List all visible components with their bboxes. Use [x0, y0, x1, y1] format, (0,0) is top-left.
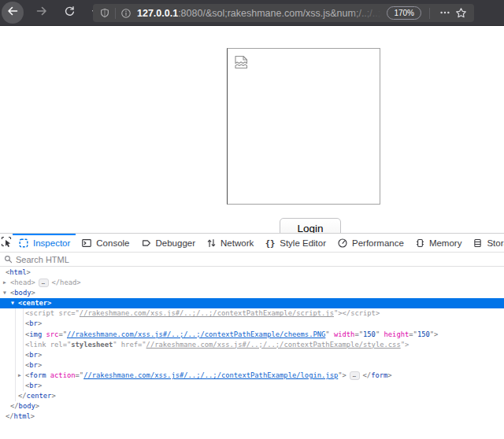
markup-line[interactable]: <link rel="stylesheet" href="//rakeshman…	[0, 340, 504, 350]
url-text: 127.0.0.1:8080/&sol;rakeshmane.com/xss.j…	[137, 8, 382, 19]
browser-toolbar: 127.0.0.1:8080/&sol;rakeshmane.com/xss.j…	[0, 0, 504, 26]
markup-line[interactable]: ▼<center>	[0, 298, 504, 308]
markup-tag: head	[14, 279, 31, 286]
markup-line[interactable]: <script src="//rakeshmane.com/xss.js#/..…	[0, 308, 504, 319]
markup-attr-name: height	[384, 330, 410, 338]
markup-line[interactable]: <br>	[0, 360, 504, 371]
tab-label: Console	[96, 238, 129, 248]
tab-memory[interactable]: Memory	[410, 234, 468, 252]
markup-tag: br	[29, 361, 38, 369]
performance-icon	[337, 238, 348, 249]
markup-url-value[interactable]: //rakeshmane.com/xss.js#/..;/..;/context…	[146, 341, 401, 349]
markup-attr-name: width	[334, 330, 354, 338]
markup-punctuation: >	[51, 392, 55, 400]
tab-performance[interactable]: Performance	[332, 234, 410, 252]
markup-attr-name: src	[58, 309, 71, 317]
memory-icon	[415, 238, 425, 249]
markup-line[interactable]: <br>	[0, 350, 504, 360]
markup-line[interactable]: <img src="//rakeshmane.com/xss.js#/..;/.…	[0, 330, 504, 340]
tab-label: Performance	[352, 238, 404, 248]
style-editor-icon: {}	[265, 238, 276, 249]
markup-url-value[interactable]: //rakeshmane.com/xss.js#/..;/..;/context…	[83, 371, 338, 379]
markup-punctuation: >	[376, 309, 380, 317]
tab-storage[interactable]: Storage	[467, 234, 504, 252]
tab-label: Inspector	[33, 238, 70, 248]
markup-tag: link	[29, 341, 46, 349]
markup-view[interactable]: <html>▶<head>…</head>▼<body>▼<center><sc…	[0, 267, 504, 439]
markup-punctuation: ">	[334, 309, 343, 317]
storage-icon	[472, 238, 483, 249]
markup-tag: body	[19, 402, 35, 410]
page-actions-menu-icon[interactable]	[435, 7, 455, 20]
markup-line[interactable]: ▶<form action="//rakeshmane.com/xss.js#/…	[0, 371, 504, 381]
markup-tag: script	[350, 309, 376, 317]
console-icon	[81, 238, 92, 249]
markup-punctuation: >	[38, 382, 42, 389]
tab-inspector[interactable]: Inspector	[13, 234, 76, 252]
markup-url-value[interactable]: //rakeshmane.com/xss.js#/..;/..;/context…	[80, 309, 334, 317]
tab-debugger[interactable]: Debugger	[135, 234, 202, 252]
zoom-level-badge[interactable]: 170%	[387, 6, 421, 20]
markup-punctuation: >	[31, 279, 35, 286]
broken-image-placeholder	[227, 48, 380, 205]
markup-punctuation: ="	[76, 371, 84, 379]
search-html-input[interactable]	[16, 255, 504, 264]
debugger-icon	[141, 238, 152, 249]
markup-line[interactable]: <br>	[0, 381, 504, 391]
back-button[interactable]	[2, 2, 24, 24]
tab-style-editor[interactable]: {}Style Editor	[259, 234, 332, 252]
markup-punctuation: >	[38, 319, 42, 327]
markup-line[interactable]: <html>	[0, 267, 504, 278]
tab-console[interactable]: Console	[76, 234, 135, 252]
markup-line[interactable]: ▼<body>	[0, 288, 504, 298]
node-picker-button[interactable]	[0, 234, 13, 252]
markup-line[interactable]: </body>	[0, 401, 504, 411]
markup-line[interactable]: </center>	[0, 391, 504, 401]
forward-arrow-icon	[35, 5, 48, 20]
markup-punctuation: ">	[338, 371, 346, 379]
markup-attr-name: src	[46, 330, 58, 338]
markup-punctuation: >	[38, 361, 42, 369]
markup-punctuation: ="	[58, 330, 67, 338]
markup-tag: html	[9, 268, 26, 276]
markup-line[interactable]: <br>	[0, 319, 504, 329]
pick-element-icon	[0, 235, 13, 251]
collapse-arrow-icon[interactable]: ▼	[11, 298, 14, 308]
urlbar-separator	[115, 8, 116, 19]
tab-network[interactable]: Network	[201, 234, 259, 252]
markup-punctuation: ="	[409, 330, 417, 338]
markup-punctuation: >	[387, 371, 391, 379]
url-bar[interactable]: 127.0.0.1:8080/&sol;rakeshmane.com/xss.j…	[93, 4, 474, 22]
markup-line[interactable]: ▶<head>…</head>	[0, 278, 504, 288]
expand-arrow-icon[interactable]: ▶	[3, 278, 6, 288]
bookmark-star-icon[interactable]	[455, 7, 474, 19]
svg-text:{}: {}	[265, 238, 276, 247]
reload-icon	[64, 6, 76, 20]
markup-tag: center	[22, 299, 47, 307]
expand-arrow-icon[interactable]: ▶	[18, 371, 21, 381]
markup-punctuation: ="	[63, 341, 72, 349]
markup-punctuation: </	[6, 412, 14, 420]
tracking-shield-icon[interactable]	[99, 8, 110, 19]
markup-tag: br	[29, 319, 38, 327]
reload-button[interactable]	[60, 3, 79, 22]
markup-tag: form	[371, 371, 387, 379]
devtools-tabbar: InspectorConsoleDebuggerNetwork{}Style E…	[0, 234, 504, 253]
markup-attr-name: action	[50, 371, 76, 379]
markup-tag: body	[14, 289, 31, 297]
tab-label: Style Editor	[280, 238, 326, 248]
back-arrow-icon	[6, 5, 19, 20]
markup-punctuation: ">	[430, 330, 439, 338]
markup-url-value[interactable]: //rakeshmane.com/xss.js#/..;/..;/context…	[67, 330, 325, 338]
site-info-icon[interactable]	[120, 8, 132, 19]
forward-button[interactable]	[32, 3, 51, 22]
markup-line[interactable]: </html>	[0, 411, 504, 422]
collapsed-children-badge[interactable]: …	[39, 279, 49, 287]
collapsed-children-badge[interactable]: …	[350, 371, 360, 380]
devtools-panel: InspectorConsoleDebuggerNetwork{}Style E…	[0, 233, 504, 439]
collapse-arrow-icon[interactable]: ▼	[3, 288, 6, 298]
markup-punctuation: >	[26, 268, 30, 276]
markup-punctuation: "	[376, 330, 384, 338]
login-button[interactable]: Login	[280, 218, 341, 233]
markup-attr-value: 150	[363, 330, 376, 338]
